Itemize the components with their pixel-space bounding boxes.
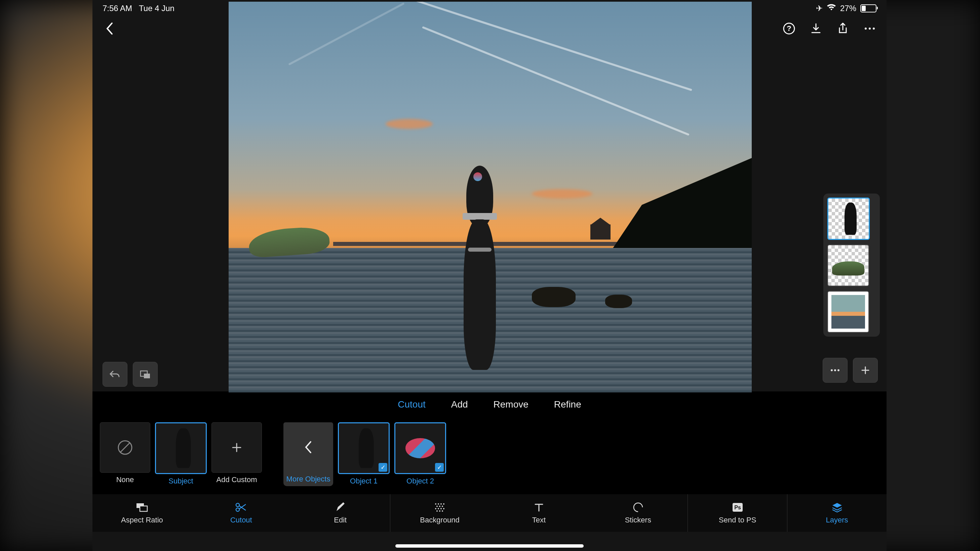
wifi-icon	[827, 4, 836, 13]
cutout-object-1-label: Object 1	[350, 477, 377, 486]
download-button[interactable]	[809, 22, 822, 35]
back-button[interactable]	[103, 22, 116, 35]
undo-button[interactable]	[103, 362, 127, 387]
layer-thumbnail-background[interactable]	[827, 291, 869, 333]
layers-icon	[831, 502, 843, 513]
tool-background[interactable]: Background	[390, 494, 490, 532]
tool-layers[interactable]: Layers	[788, 494, 886, 532]
svg-point-28	[439, 510, 441, 512]
home-indicator[interactable]	[395, 544, 584, 548]
tool-label: Edit	[334, 516, 347, 524]
battery-icon	[860, 4, 877, 13]
tool-stickers[interactable]: Stickers	[588, 494, 687, 532]
svg-rect-6	[144, 373, 150, 378]
svg-point-4	[873, 27, 875, 30]
tool-label: Background	[420, 516, 459, 524]
share-button[interactable]	[836, 22, 850, 35]
airplane-mode-icon: ✈	[816, 4, 822, 13]
svg-point-18	[441, 503, 442, 505]
svg-point-7	[831, 369, 833, 371]
svg-point-22	[442, 506, 443, 507]
ps-icon: Ps	[732, 502, 743, 513]
layer-more-button[interactable]	[822, 358, 848, 383]
cutout-subject[interactable]: Subject	[155, 422, 207, 486]
tool-label: Stickers	[625, 516, 651, 524]
svg-point-25	[441, 508, 442, 509]
cutout-more-objects-label: More Objects	[286, 475, 331, 483]
svg-text:?: ?	[787, 24, 791, 33]
tool-cutout[interactable]: Cutout	[192, 494, 291, 532]
canvas-rock	[532, 287, 576, 307]
scissors-icon	[235, 502, 247, 513]
cutout-add-custom[interactable]: Add Custom	[212, 422, 262, 484]
status-time: 7:56 AM	[103, 4, 132, 13]
cutout-add-custom-label: Add Custom	[216, 475, 257, 484]
check-icon: ✓	[435, 463, 444, 472]
cutout-none[interactable]: None	[100, 422, 150, 484]
tab-add[interactable]: Add	[451, 399, 468, 410]
text-icon	[534, 502, 544, 513]
svg-point-27	[436, 510, 438, 512]
svg-line-11	[120, 443, 130, 452]
tool-label: Send to PS	[719, 516, 756, 524]
layers-panel	[823, 194, 880, 337]
more-options-button[interactable]	[863, 22, 877, 35]
svg-point-19	[443, 503, 444, 505]
pencil-icon	[335, 502, 345, 513]
svg-rect-13	[140, 506, 147, 511]
cutout-thumbnails: None Subject Add Custom More Objects ✓ O…	[92, 418, 886, 494]
tool-text[interactable]: Text	[490, 494, 589, 532]
canvas-area	[92, 40, 886, 391]
bottom-toolbar: Aspect Ratio Cutout Edit Background Text	[92, 494, 886, 532]
canvas-dog-subject[interactable]	[453, 166, 507, 381]
status-date: Tue 4 Jun	[139, 4, 175, 13]
svg-point-2	[865, 27, 867, 30]
cutout-more-objects[interactable]: More Objects	[283, 422, 333, 486]
cutout-tabs: Cutout Add Remove Refine	[92, 391, 886, 418]
svg-point-14	[236, 503, 239, 507]
tool-label: Aspect Ratio	[121, 516, 163, 524]
layer-thumbnail-island[interactable]	[827, 245, 869, 286]
svg-point-9	[837, 369, 840, 371]
cutout-object-2-label: Object 2	[406, 477, 434, 486]
tool-send-to-ps[interactable]: Ps Send to PS	[688, 494, 787, 532]
tab-cutout[interactable]: Cutout	[398, 399, 426, 410]
aspect-ratio-icon	[136, 502, 148, 513]
svg-point-15	[236, 508, 239, 511]
cutout-none-label: None	[116, 475, 134, 484]
svg-point-23	[435, 508, 436, 509]
svg-point-20	[436, 506, 438, 507]
layer-thumbnail-dog[interactable]	[827, 198, 870, 240]
tab-remove[interactable]: Remove	[493, 399, 528, 410]
svg-point-26	[443, 508, 444, 509]
svg-point-24	[438, 508, 439, 509]
tool-label: Text	[532, 516, 546, 524]
canvas-house	[590, 224, 611, 240]
sticker-icon	[633, 502, 643, 513]
check-icon: ✓	[379, 463, 387, 472]
tool-aspect-ratio[interactable]: Aspect Ratio	[92, 494, 192, 532]
add-layer-button[interactable]	[853, 358, 878, 383]
cutout-subject-label: Subject	[169, 477, 193, 486]
cutout-object-2[interactable]: ✓ Object 2	[395, 422, 446, 486]
canvas-history-buttons	[103, 362, 158, 387]
canvas-rock	[605, 295, 632, 308]
svg-point-29	[442, 510, 443, 512]
transform-button[interactable]	[133, 362, 158, 387]
help-button[interactable]: ?	[782, 22, 796, 35]
cutout-object-1[interactable]: ✓ Object 1	[338, 422, 390, 486]
svg-point-8	[834, 369, 836, 371]
tool-edit[interactable]: Edit	[291, 494, 390, 532]
battery-percent: 27%	[840, 4, 856, 13]
tab-refine[interactable]: Refine	[554, 399, 581, 410]
svg-point-21	[439, 506, 441, 507]
device-screen: 7:56 AM Tue 4 Jun ✈ 27% ?	[0, 0, 980, 551]
svg-point-3	[869, 27, 871, 30]
svg-point-16	[435, 503, 436, 505]
svg-point-17	[438, 503, 439, 505]
image-canvas[interactable]	[229, 2, 752, 392]
tool-label: Layers	[826, 516, 848, 524]
svg-text:Ps: Ps	[734, 505, 741, 510]
layer-action-buttons	[822, 358, 878, 383]
dots-grid-icon	[434, 502, 445, 513]
